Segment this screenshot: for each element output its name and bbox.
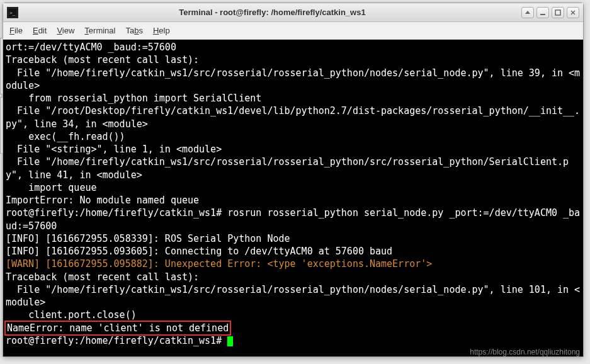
- terminal-line: File "/home/firefly/catkin_ws1/src/rosse…: [6, 67, 581, 93]
- prompt-text: root@firefly:/home/firefly/catkin_ws1#: [6, 335, 227, 346]
- menu-view[interactable]: View: [57, 26, 74, 35]
- terminal-line: File "/home/firefly/catkin_ws1/src/rosse…: [6, 283, 581, 309]
- menu-help[interactable]: Help: [153, 26, 170, 35]
- terminal-line: File "<string>", line 1, in <module>: [6, 143, 581, 156]
- terminal-line: ImportError: No module named queue: [6, 194, 581, 207]
- terminal-prompt-line: root@firefly:/home/firefly/catkin_ws1#: [6, 334, 581, 347]
- terminal-line: exec(__fh.read()): [6, 130, 581, 143]
- terminal-line: File "/root/Desktop/firefly/catkin_ws1/d…: [6, 105, 581, 130]
- terminal-line: from rosserial_python import SerialClien…: [6, 92, 581, 105]
- menubar: File Edit View Terminal Tabs Help: [3, 22, 583, 40]
- terminal-output[interactable]: ort:=/dev/ttyACM0 _baud:=57600Traceback …: [3, 40, 583, 356]
- terminal-icon: >_: [7, 7, 18, 18]
- menu-file[interactable]: File: [9, 26, 23, 35]
- edge-tab: [0, 38, 3, 94]
- cursor: [227, 336, 233, 346]
- background-tabs: [0, 38, 4, 156]
- menu-edit[interactable]: Edit: [33, 26, 47, 35]
- menu-terminal[interactable]: Terminal: [84, 26, 115, 35]
- minimize-button[interactable]: [536, 7, 549, 18]
- terminal-line: Traceback (most recent call last):: [6, 271, 581, 283]
- menu-tabs[interactable]: Tabs: [125, 26, 142, 35]
- terminal-line: [INFO] [1616672955.058339]: ROS Serial P…: [6, 232, 581, 245]
- window-controls: [521, 7, 579, 18]
- error-highlight: NameError: name 'client' is not defined: [4, 321, 231, 336]
- rollup-button[interactable]: [521, 7, 534, 18]
- close-button[interactable]: [567, 7, 579, 18]
- svg-rect-3: [555, 10, 560, 15]
- terminal-line: Traceback (most recent call last):: [6, 54, 581, 66]
- watermark: https://blog.csdn.net/qqliuzhitong: [470, 348, 580, 356]
- terminal-line: [WARN] [1616672955.095882]: Unexpected E…: [6, 258, 581, 270]
- terminal-line: ort:=/dev/ttyACM0 _baud:=57600: [6, 41, 581, 54]
- edge-tab: [0, 97, 3, 154]
- terminal-line: [INFO] [1616672955.093605]: Connecting t…: [6, 245, 581, 258]
- terminal-line: import queue: [6, 181, 581, 194]
- terminal-window: >_ Terminal - root@firefly: /home/firefl…: [3, 3, 584, 357]
- svg-text:>_: >_: [9, 10, 16, 16]
- terminal-line: client.port.close(): [6, 309, 581, 321]
- window-title: Terminal - root@firefly: /home/firefly/c…: [23, 8, 521, 17]
- terminal-line: root@firefly:/home/firefly/catkin_ws1# r…: [6, 207, 581, 232]
- maximize-button[interactable]: [552, 7, 564, 18]
- terminal-line: File "/home/firefly/catkin_ws1/src/rosse…: [6, 156, 581, 181]
- svg-rect-2: [540, 14, 545, 15]
- terminal-line: NameError: name 'client' is not defined: [6, 322, 581, 334]
- titlebar: >_ Terminal - root@firefly: /home/firefl…: [3, 3, 583, 22]
